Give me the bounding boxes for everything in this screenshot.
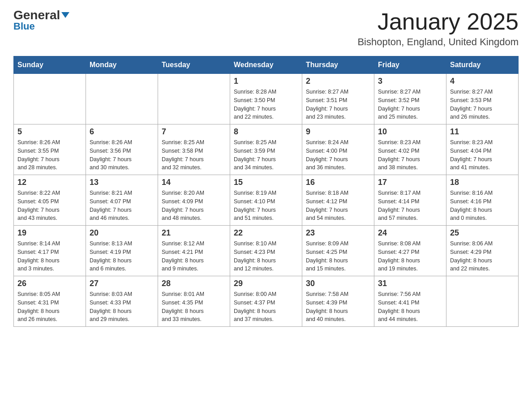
day-info: Sunrise: 8:24 AM Sunset: 4:00 PM Dayligh…: [306, 138, 370, 172]
calendar-cell: 10Sunrise: 8:23 AM Sunset: 4:02 PM Dayli…: [374, 124, 446, 175]
day-info: Sunrise: 8:03 AM Sunset: 4:33 PM Dayligh…: [90, 290, 154, 324]
calendar-cell: 4Sunrise: 8:27 AM Sunset: 3:53 PM Daylig…: [446, 74, 519, 124]
calendar-cell: 12Sunrise: 8:22 AM Sunset: 4:05 PM Dayli…: [14, 175, 86, 226]
day-info: Sunrise: 8:21 AM Sunset: 4:07 PM Dayligh…: [90, 189, 154, 223]
day-info: Sunrise: 8:12 AM Sunset: 4:21 PM Dayligh…: [162, 240, 226, 273]
day-info: Sunrise: 8:09 AM Sunset: 4:25 PM Dayligh…: [306, 240, 370, 273]
day-info: Sunrise: 8:25 AM Sunset: 3:59 PM Dayligh…: [234, 138, 298, 172]
location-subtitle: Bishopton, England, United Kingdom: [357, 36, 519, 48]
calendar-cell: 6Sunrise: 8:26 AM Sunset: 3:56 PM Daylig…: [86, 124, 158, 175]
day-number: 21: [162, 228, 226, 238]
day-number: 23: [306, 228, 370, 238]
day-number: 12: [17, 178, 82, 187]
calendar-cell: 14Sunrise: 8:20 AM Sunset: 4:09 PM Dayli…: [158, 175, 230, 226]
day-number: 31: [378, 279, 442, 288]
calendar-week-row: 26Sunrise: 8:05 AM Sunset: 4:31 PM Dayli…: [14, 276, 519, 327]
calendar-week-row: 19Sunrise: 8:14 AM Sunset: 4:17 PM Dayli…: [14, 226, 519, 276]
day-info: Sunrise: 8:16 AM Sunset: 4:16 PM Dayligh…: [450, 189, 515, 223]
day-number: 1: [234, 77, 298, 86]
day-info: Sunrise: 8:27 AM Sunset: 3:53 PM Dayligh…: [450, 88, 515, 121]
day-info: Sunrise: 8:01 AM Sunset: 4:35 PM Dayligh…: [162, 290, 226, 324]
day-number: 7: [162, 127, 226, 137]
calendar-cell: 28Sunrise: 8:01 AM Sunset: 4:35 PM Dayli…: [158, 276, 230, 327]
day-number: 5: [17, 127, 82, 137]
calendar-cell: 25Sunrise: 8:06 AM Sunset: 4:29 PM Dayli…: [446, 226, 519, 276]
day-number: 18: [450, 178, 515, 187]
day-number: 26: [17, 279, 82, 288]
column-header-wednesday: Wednesday: [230, 56, 302, 74]
day-number: 2: [306, 77, 370, 86]
day-number: 6: [90, 127, 154, 137]
day-number: 19: [17, 228, 82, 238]
day-info: Sunrise: 8:14 AM Sunset: 4:17 PM Dayligh…: [17, 240, 82, 273]
calendar-cell: 23Sunrise: 8:09 AM Sunset: 4:25 PM Dayli…: [302, 226, 374, 276]
day-info: Sunrise: 8:28 AM Sunset: 3:50 PM Dayligh…: [234, 88, 298, 121]
day-info: Sunrise: 8:23 AM Sunset: 4:02 PM Dayligh…: [378, 138, 442, 172]
day-info: Sunrise: 8:27 AM Sunset: 3:52 PM Dayligh…: [378, 88, 442, 121]
day-info: Sunrise: 8:17 AM Sunset: 4:14 PM Dayligh…: [378, 189, 442, 223]
day-info: Sunrise: 7:58 AM Sunset: 4:39 PM Dayligh…: [306, 290, 370, 324]
day-number: 25: [450, 228, 515, 238]
calendar-cell: 30Sunrise: 7:58 AM Sunset: 4:39 PM Dayli…: [302, 276, 374, 327]
day-info: Sunrise: 8:13 AM Sunset: 4:19 PM Dayligh…: [90, 240, 154, 273]
day-info: Sunrise: 7:56 AM Sunset: 4:41 PM Dayligh…: [378, 290, 442, 324]
day-number: 9: [306, 127, 370, 137]
calendar-table: SundayMondayTuesdayWednesdayThursdayFrid…: [13, 56, 519, 327]
calendar-cell: 5Sunrise: 8:26 AM Sunset: 3:55 PM Daylig…: [14, 124, 86, 175]
logo-triangle-icon: [61, 12, 69, 18]
calendar-cell: [158, 74, 230, 124]
day-info: Sunrise: 8:22 AM Sunset: 4:05 PM Dayligh…: [17, 189, 82, 223]
day-number: 27: [90, 279, 154, 288]
day-number: 11: [450, 127, 515, 137]
day-info: Sunrise: 8:27 AM Sunset: 3:51 PM Dayligh…: [306, 88, 370, 121]
calendar-cell: 3Sunrise: 8:27 AM Sunset: 3:52 PM Daylig…: [374, 74, 446, 124]
calendar-cell: 16Sunrise: 8:18 AM Sunset: 4:12 PM Dayli…: [302, 175, 374, 226]
day-number: 29: [234, 279, 298, 288]
day-number: 15: [234, 178, 298, 187]
day-info: Sunrise: 8:26 AM Sunset: 3:56 PM Dayligh…: [90, 138, 154, 172]
day-number: 30: [306, 279, 370, 288]
calendar-cell: 20Sunrise: 8:13 AM Sunset: 4:19 PM Dayli…: [86, 226, 158, 276]
day-info: Sunrise: 8:10 AM Sunset: 4:23 PM Dayligh…: [234, 240, 298, 273]
calendar-cell: 29Sunrise: 8:00 AM Sunset: 4:37 PM Dayli…: [230, 276, 302, 327]
day-info: Sunrise: 8:00 AM Sunset: 4:37 PM Dayligh…: [234, 290, 298, 324]
day-number: 17: [378, 178, 442, 187]
calendar-cell: 9Sunrise: 8:24 AM Sunset: 4:00 PM Daylig…: [302, 124, 374, 175]
logo-main-text: General: [13, 9, 60, 21]
column-header-thursday: Thursday: [302, 56, 374, 74]
column-header-tuesday: Tuesday: [158, 56, 230, 74]
day-number: 20: [90, 228, 154, 238]
title-section: January 2025 Bishopton, England, United …: [357, 9, 519, 48]
calendar-cell: 18Sunrise: 8:16 AM Sunset: 4:16 PM Dayli…: [446, 175, 519, 226]
calendar-cell: 27Sunrise: 8:03 AM Sunset: 4:33 PM Dayli…: [86, 276, 158, 327]
calendar-cell: [446, 276, 519, 327]
day-number: 3: [378, 77, 442, 86]
column-header-sunday: Sunday: [14, 56, 86, 74]
logo: General Blue: [13, 9, 69, 32]
calendar-cell: 2Sunrise: 8:27 AM Sunset: 3:51 PM Daylig…: [302, 74, 374, 124]
day-info: Sunrise: 8:23 AM Sunset: 4:04 PM Dayligh…: [450, 138, 515, 172]
day-info: Sunrise: 8:26 AM Sunset: 3:55 PM Dayligh…: [17, 138, 82, 172]
calendar-cell: 17Sunrise: 8:17 AM Sunset: 4:14 PM Dayli…: [374, 175, 446, 226]
day-info: Sunrise: 8:25 AM Sunset: 3:58 PM Dayligh…: [162, 138, 226, 172]
page-header: General Blue January 2025 Bishopton, Eng…: [13, 9, 519, 48]
calendar-cell: 1Sunrise: 8:28 AM Sunset: 3:50 PM Daylig…: [230, 74, 302, 124]
column-header-monday: Monday: [86, 56, 158, 74]
day-number: 28: [162, 279, 226, 288]
day-number: 24: [378, 228, 442, 238]
day-number: 10: [378, 127, 442, 137]
day-info: Sunrise: 8:18 AM Sunset: 4:12 PM Dayligh…: [306, 189, 370, 223]
column-header-saturday: Saturday: [446, 56, 519, 74]
calendar-cell: [86, 74, 158, 124]
calendar-cell: 31Sunrise: 7:56 AM Sunset: 4:41 PM Dayli…: [374, 276, 446, 327]
day-number: 16: [306, 178, 370, 187]
calendar-cell: 11Sunrise: 8:23 AM Sunset: 4:04 PM Dayli…: [446, 124, 519, 175]
calendar-cell: 21Sunrise: 8:12 AM Sunset: 4:21 PM Dayli…: [158, 226, 230, 276]
day-number: 14: [162, 178, 226, 187]
calendar-cell: 19Sunrise: 8:14 AM Sunset: 4:17 PM Dayli…: [14, 226, 86, 276]
day-info: Sunrise: 8:19 AM Sunset: 4:10 PM Dayligh…: [234, 189, 298, 223]
calendar-cell: 22Sunrise: 8:10 AM Sunset: 4:23 PM Dayli…: [230, 226, 302, 276]
calendar-cell: 24Sunrise: 8:08 AM Sunset: 4:27 PM Dayli…: [374, 226, 446, 276]
logo-sub-text: Blue: [13, 21, 35, 32]
column-header-friday: Friday: [374, 56, 446, 74]
